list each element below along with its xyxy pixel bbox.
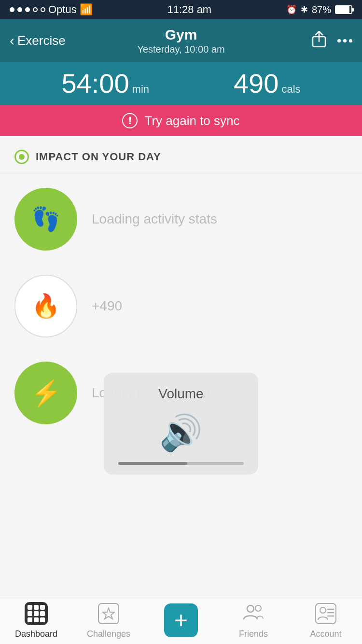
status-bar: Optus 📶 11:28 am ⏰ ✱ 87% — [0, 0, 362, 19]
main-content: IMPACT ON YOUR DAY 👣 Loading activity st… — [0, 136, 362, 438]
nav-actions — [312, 31, 352, 51]
calories-value: 490 — [234, 70, 278, 97]
more-dot-3 — [349, 39, 352, 42]
challenges-icon — [98, 603, 119, 624]
status-bar-left: Optus 📶 — [10, 3, 93, 16]
battery-percent: 87% — [312, 4, 331, 15]
duration-unit: min — [132, 83, 149, 96]
battery-indicator — [335, 5, 352, 14]
nav-title: Gym — [137, 27, 224, 43]
list-item: 🔥 +490 — [14, 275, 348, 337]
back-chevron-icon: ‹ — [10, 32, 14, 49]
share-button[interactable] — [312, 31, 326, 51]
nav-bar: ‹ Exercise Gym Yesterday, 10:00 am — [0, 19, 362, 62]
lightning-icon: ⚡ — [30, 378, 62, 408]
volume-bar-track — [118, 462, 244, 465]
section-header: IMPACT ON YOUR DAY — [0, 150, 362, 173]
energy-circle: ⚡ — [14, 362, 77, 424]
sync-warning-icon: ! — [122, 113, 138, 128]
target-inner-dot — [19, 154, 25, 160]
alarm-icon: ⏰ — [286, 4, 297, 15]
calories-stat: 490 cals — [234, 70, 301, 97]
sync-banner[interactable]: ! Try again to sync — [0, 105, 362, 136]
tab-account-label: Account — [310, 629, 341, 639]
nav-title-block: Gym Yesterday, 10:00 am — [137, 27, 224, 55]
status-time: 11:28 am — [167, 3, 211, 16]
dashboard-icon — [25, 602, 48, 625]
volume-speaker-icon: 🔊 — [159, 412, 203, 453]
calories-unit: cals — [281, 83, 300, 96]
back-label: Exercise — [17, 33, 66, 48]
svg-point-5 — [320, 607, 326, 613]
signal-dot-1 — [10, 7, 14, 12]
calories-circle: 🔥 — [14, 275, 77, 337]
friends-icon — [243, 603, 264, 625]
tab-dashboard[interactable]: Dashboard — [0, 601, 72, 639]
back-button[interactable]: ‹ Exercise — [10, 32, 66, 49]
more-button[interactable] — [337, 39, 352, 42]
tab-dashboard-label: Dashboard — [15, 629, 57, 639]
tab-add[interactable]: + — [145, 603, 217, 637]
more-dot-1 — [337, 39, 341, 42]
signal-dot-5 — [41, 7, 45, 12]
nav-subtitle: Yesterday, 10:00 am — [137, 44, 224, 55]
footprint-icon: 👣 — [31, 206, 60, 233]
wifi-icon: 📶 — [80, 3, 93, 16]
more-dot-2 — [343, 39, 347, 42]
signal-dot-3 — [25, 7, 30, 12]
status-bar-right: ⏰ ✱ 87% — [286, 4, 352, 15]
tab-friends-label: Friends — [239, 629, 268, 639]
svg-marker-2 — [103, 608, 114, 619]
add-icon-wrap: + — [164, 603, 198, 637]
friends-icon-wrap — [241, 601, 266, 626]
tab-friends[interactable]: Friends — [217, 601, 290, 639]
challenges-icon-wrap — [96, 601, 121, 626]
steps-loading-text: Loading activity stats — [92, 211, 217, 227]
signal-dot-4 — [33, 7, 38, 12]
account-icon-wrap — [313, 601, 338, 626]
duration-value: 54:00 — [61, 70, 129, 97]
tab-account[interactable]: Account — [290, 601, 362, 639]
tab-challenges-label: Challenges — [87, 629, 130, 639]
volume-title: Volume — [158, 386, 203, 402]
tab-bar: Dashboard Challenges + — [0, 596, 362, 644]
tab-challenges[interactable]: Challenges — [72, 601, 145, 639]
dashboard-icon-wrap — [24, 601, 49, 626]
duration-stat: 54:00 min — [61, 70, 149, 97]
sync-label: Try again to sync — [144, 113, 239, 128]
flame-icon: 🔥 — [31, 293, 60, 320]
svg-point-3 — [247, 605, 254, 612]
list-item: 👣 Loading activity stats — [14, 188, 348, 251]
steps-circle: 👣 — [14, 188, 77, 251]
volume-bar-container — [118, 462, 244, 465]
calories-loading-text: +490 — [92, 298, 122, 314]
carrier-label: Optus — [48, 3, 77, 16]
svg-point-4 — [255, 605, 261, 611]
signal-dot-2 — [17, 7, 22, 12]
target-icon — [14, 150, 29, 164]
section-title: IMPACT ON YOUR DAY — [36, 151, 161, 163]
account-icon — [315, 603, 336, 624]
add-button-icon: + — [164, 603, 198, 637]
stats-bar: 54:00 min 490 cals — [0, 62, 362, 105]
volume-overlay: Volume 🔊 — [104, 373, 258, 475]
bluetooth-icon: ✱ — [301, 4, 308, 15]
volume-bar-fill — [118, 462, 187, 465]
